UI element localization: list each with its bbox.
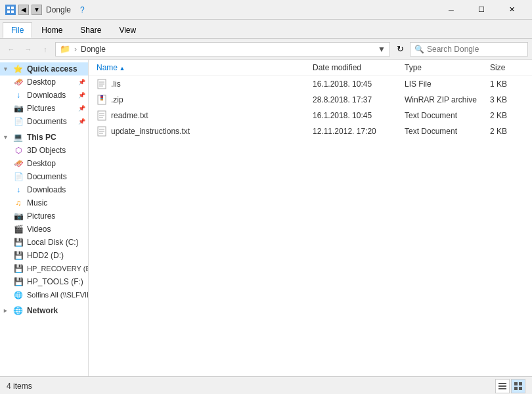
up-button[interactable]: ↑ bbox=[38, 42, 53, 56]
this-pc-label: This PC bbox=[27, 133, 56, 142]
network-header[interactable]: ► 🌐 Network bbox=[0, 304, 88, 317]
file-list-header[interactable]: Name Date modified Type Size bbox=[89, 60, 532, 76]
address-dropdown-arrow[interactable]: ▼ bbox=[378, 45, 386, 54]
main-area: ▼ ⭐ Quick access 🛷 Desktop 📌 ↓ Downloads… bbox=[0, 60, 532, 376]
address-box[interactable]: 📁 › Dongle ▼ bbox=[55, 42, 390, 56]
tab-share[interactable]: Share bbox=[72, 22, 110, 38]
svg-rect-1 bbox=[11, 7, 14, 9]
sidebar: ▼ ⭐ Quick access 🛷 Desktop 📌 ↓ Downloads… bbox=[0, 60, 89, 376]
documents-icon: 📄 bbox=[13, 116, 24, 127]
videos-label: Videos bbox=[27, 225, 51, 234]
col-date[interactable]: Date modified bbox=[310, 61, 402, 74]
file-type-cell: Text Document bbox=[402, 125, 487, 138]
toolbar-icon-2[interactable]: ▼ bbox=[32, 5, 42, 15]
forward-button[interactable]: → bbox=[21, 42, 35, 56]
pin-icon-4: 📌 bbox=[78, 118, 85, 125]
sidebar-item-pictures-quick[interactable]: 📷 Pictures 📌 bbox=[0, 102, 88, 115]
file-rows-container: .lis 16.1.2018. 10:45 LIS File 1 KB .zip… bbox=[89, 76, 532, 139]
back-button[interactable]: ← bbox=[4, 42, 18, 56]
file-name-cell: .zip bbox=[94, 93, 310, 107]
view-buttons bbox=[495, 379, 525, 393]
col-name[interactable]: Name bbox=[94, 61, 310, 74]
txt-file-icon bbox=[97, 110, 107, 121]
file-name-text: .lis bbox=[111, 79, 121, 89]
downloads-icon: ↓ bbox=[13, 90, 24, 100]
svg-rect-25 bbox=[514, 382, 518, 385]
search-input[interactable] bbox=[427, 45, 523, 54]
recovery-label: HP_RECOVERY (E:) bbox=[27, 265, 88, 273]
table-row[interactable]: .lis 16.1.2018. 10:45 LIS File 1 KB bbox=[89, 76, 532, 92]
this-pc-header[interactable]: ▼ 💻 This PC bbox=[0, 131, 88, 144]
view-details-button[interactable] bbox=[495, 379, 510, 393]
close-button[interactable]: ✕ bbox=[497, 0, 527, 20]
sidebar-item-3dobjects[interactable]: ⬡ 3D Objects bbox=[0, 144, 88, 157]
downloads-pc-icon: ↓ bbox=[13, 185, 24, 195]
expand-arrow-net: ► bbox=[3, 307, 9, 314]
search-icon: 🔍 bbox=[414, 45, 424, 54]
pictures-pc-label: Pictures bbox=[27, 211, 55, 221]
col-type[interactable]: Type bbox=[402, 61, 487, 74]
downloads-label: Downloads bbox=[27, 91, 66, 100]
table-row[interactable]: readme.txt 16.1.2018. 10:45 Text Documen… bbox=[89, 108, 532, 123]
tools-label: HP_TOOLS (F:) bbox=[27, 277, 83, 286]
sidebar-item-videos[interactable]: 🎬 Videos bbox=[0, 223, 88, 236]
sidebar-item-desktop-pc[interactable]: 🛷 Desktop bbox=[0, 157, 88, 170]
sidebar-item-disk-c[interactable]: 💾 Local Disk (C:) bbox=[0, 236, 88, 249]
refresh-button[interactable]: ↻ bbox=[393, 42, 407, 56]
quick-access-icon bbox=[5, 5, 16, 15]
col-size[interactable]: Size bbox=[487, 61, 527, 74]
expand-arrow-pc: ▼ bbox=[3, 134, 9, 141]
file-size-cell: 3 KB bbox=[487, 93, 527, 106]
desktop-pc-icon: 🛷 bbox=[13, 158, 24, 169]
title-bar: ◀ ▼ Dongle ? ─ ☐ ✕ bbox=[0, 0, 532, 20]
svg-rect-23 bbox=[499, 385, 506, 387]
solfins-label: Solfins All (\\SLFVIR bbox=[27, 291, 88, 299]
help-icon: ? bbox=[80, 5, 85, 14]
recovery-icon: 💾 bbox=[13, 263, 24, 274]
toolbar-icon-1[interactable]: ◀ bbox=[18, 5, 29, 15]
title-bar-left: ◀ ▼ Dongle ? bbox=[5, 5, 85, 15]
sidebar-item-disk-d[interactable]: 💾 HDD2 (D:) bbox=[0, 249, 88, 262]
music-icon: ♫ bbox=[13, 198, 24, 208]
folder-icon: 📁 bbox=[60, 44, 70, 54]
file-name-text: .zip bbox=[111, 95, 123, 104]
zip-file-icon bbox=[97, 95, 107, 105]
table-row[interactable]: .zip 28.8.2018. 17:37 WinRAR ZIP archive… bbox=[89, 92, 532, 108]
pictures-pc-icon: 📷 bbox=[13, 211, 24, 221]
maximize-button[interactable]: ☐ bbox=[466, 0, 497, 20]
svg-rect-2 bbox=[7, 11, 10, 13]
sidebar-item-solfins[interactable]: 🌐 Solfins All (\\SLFVIR bbox=[0, 288, 88, 301]
quick-access-header[interactable]: ▼ ⭐ Quick access bbox=[0, 62, 88, 76]
tab-view[interactable]: View bbox=[110, 22, 144, 38]
desktop-icon: 🛷 bbox=[13, 77, 24, 87]
tab-file[interactable]: File bbox=[3, 22, 32, 38]
file-name-text: update_instructions.txt bbox=[111, 127, 190, 136]
address-separator: › bbox=[74, 45, 77, 54]
documents-pc-icon: 📄 bbox=[13, 171, 24, 182]
network-section: ► 🌐 Network bbox=[0, 304, 88, 317]
tab-home[interactable]: Home bbox=[33, 22, 71, 38]
pin-icon-3: 📌 bbox=[78, 105, 85, 112]
sidebar-item-desktop-quick[interactable]: 🛷 Desktop 📌 bbox=[0, 76, 88, 89]
table-row[interactable]: update_instructions.txt 12.11.2012. 17:2… bbox=[89, 123, 532, 139]
sidebar-item-downloads-quick[interactable]: ↓ Downloads 📌 bbox=[0, 89, 88, 102]
3d-objects-icon: ⬡ bbox=[13, 145, 24, 156]
file-type-cell: LIS File bbox=[402, 77, 487, 91]
svg-rect-22 bbox=[499, 383, 506, 384]
sidebar-item-recovery[interactable]: 💾 HP_RECOVERY (E:) bbox=[0, 262, 88, 275]
sidebar-item-documents-pc[interactable]: 📄 Documents bbox=[0, 170, 88, 183]
search-box[interactable]: 🔍 bbox=[410, 42, 528, 56]
pin-icon: 📌 bbox=[78, 79, 85, 85]
view-tiles-button[interactable] bbox=[511, 379, 525, 393]
file-size-cell: 1 KB bbox=[487, 77, 527, 91]
sidebar-item-tools[interactable]: 💾 HP_TOOLS (F:) bbox=[0, 275, 88, 288]
solfins-icon: 🌐 bbox=[13, 290, 24, 300]
expand-arrow: ▼ bbox=[3, 66, 9, 72]
sidebar-item-pictures-pc[interactable]: 📷 Pictures bbox=[0, 209, 88, 223]
sidebar-item-music[interactable]: ♫ Music bbox=[0, 196, 88, 209]
sidebar-item-documents-quick[interactable]: 📄 Documents 📌 bbox=[0, 115, 88, 128]
minimize-button[interactable]: ─ bbox=[436, 0, 466, 20]
sidebar-item-downloads-pc[interactable]: ↓ Downloads bbox=[0, 183, 88, 196]
this-pc-section: ▼ 💻 This PC ⬡ 3D Objects 🛷 Desktop 📄 Doc… bbox=[0, 131, 88, 301]
address-bar-area: ← → ↑ 📁 › Dongle ▼ ↻ 🔍 bbox=[0, 39, 532, 60]
